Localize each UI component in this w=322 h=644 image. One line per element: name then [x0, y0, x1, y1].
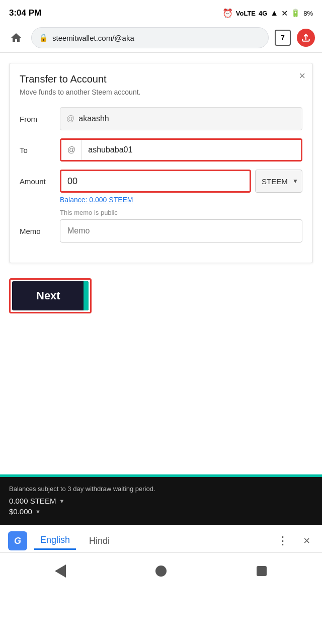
amount-label: Amount [20, 177, 60, 186]
nav-bar [0, 552, 322, 589]
status-time: 3:04 PM [9, 8, 41, 18]
form-subtitle: Move funds to another Steem account. [20, 88, 302, 96]
memo-label: Memo [20, 227, 60, 235]
currency-select[interactable]: STEEM SBD [255, 170, 302, 193]
memo-row: Memo [20, 219, 302, 243]
browser-home-button[interactable] [7, 29, 25, 47]
amount-row: Amount STEEM SBD ▼ [20, 170, 302, 193]
alarm-icon: ⏰ [222, 8, 233, 19]
balance-link[interactable]: Balance: 0.000 STEEM [60, 196, 302, 204]
memo-note: This memo is public [60, 209, 302, 216]
signal-x-icon: ✕ [281, 9, 288, 18]
currency-select-wrap: STEEM SBD ▼ [255, 170, 302, 193]
form-title: Transfer to Account [20, 73, 302, 85]
signal-4g-icon: 4G [259, 10, 267, 17]
status-icons: ⏰ VoLTE 4G ▲ ✕ 🔋 8% [222, 8, 313, 19]
to-at-symbol: @ [61, 140, 82, 160]
footer-usd-value: $0.000 ▼ [9, 507, 313, 516]
memo-input[interactable] [60, 219, 302, 243]
to-input[interactable] [82, 140, 301, 160]
signal-bars-icon: ▲ [270, 9, 278, 18]
from-label: From [20, 115, 60, 123]
battery-percent: 8% [303, 10, 313, 17]
translate-english-button[interactable]: English [34, 532, 76, 550]
from-row: From @ akaashh [20, 107, 302, 130]
translate-bar: G English Hindi ⋮ × [0, 525, 322, 552]
upload-icon [301, 33, 311, 43]
footer-steem-value: 0.000 STEEM ▼ [9, 497, 313, 505]
teal-accent [84, 281, 89, 310]
to-label: To [20, 146, 60, 154]
back-icon [55, 565, 66, 578]
to-input-wrap: @ [60, 138, 302, 162]
recents-button[interactable] [251, 560, 273, 582]
home-nav-icon [155, 566, 167, 577]
footer-notice: Balances subject to 3 day withdraw waiti… [9, 485, 313, 493]
url-bar[interactable]: 🔒 steemitwallet.com/@aka [31, 27, 269, 48]
to-row: To @ [20, 138, 302, 162]
from-field: @ akaashh [60, 107, 302, 130]
google-translate-icon: G [8, 531, 27, 550]
translate-more-button[interactable]: ⋮ [273, 532, 292, 549]
from-value: akaashh [78, 114, 109, 123]
status-bar: 3:04 PM ⏰ VoLTE 4G ▲ ✕ 🔋 8% [0, 0, 322, 24]
network-icon: VoLTE [236, 10, 256, 17]
lock-icon: 🔒 [39, 33, 48, 42]
empty-space [0, 324, 322, 474]
tab-count-badge[interactable]: 7 [275, 30, 291, 46]
translate-close-button[interactable]: × [299, 532, 314, 549]
home-nav-button[interactable] [150, 560, 172, 582]
steem-caret-icon[interactable]: ▼ [59, 498, 64, 504]
upload-button[interactable] [297, 29, 315, 47]
footer-dark: Balances subject to 3 day withdraw waiti… [0, 477, 322, 525]
amount-input[interactable] [61, 171, 250, 191]
battery-icon: 🔋 [291, 9, 300, 18]
next-button-highlight: Next [9, 278, 92, 313]
url-text: steemitwallet.com/@aka [52, 34, 261, 42]
home-icon [10, 32, 22, 44]
browser-bar: 🔒 steemitwallet.com/@aka 7 [0, 24, 322, 53]
usd-caret-icon[interactable]: ▼ [35, 509, 41, 515]
transfer-form-card: Transfer to Account Move funds to anothe… [9, 63, 313, 263]
next-button[interactable]: Next [12, 281, 89, 310]
recents-icon [257, 566, 267, 576]
page-content: Transfer to Account Move funds to anothe… [0, 63, 322, 474]
from-at-symbol: @ [66, 114, 74, 123]
close-button[interactable]: × [299, 70, 305, 82]
amount-input-wrap [60, 170, 251, 193]
translate-hindi-button[interactable]: Hindi [83, 533, 116, 549]
back-button[interactable] [49, 560, 71, 582]
